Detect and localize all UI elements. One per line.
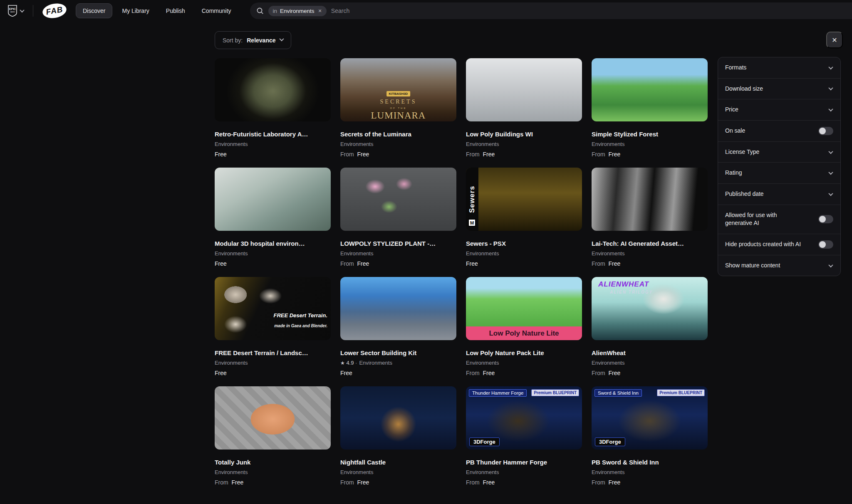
product-card[interactable]: Retro-Futuristic Laboratory A… Environme… — [215, 58, 331, 158]
nav-my-library[interactable]: My Library — [115, 3, 156, 18]
chip-close-icon[interactable]: ✕ — [317, 8, 322, 14]
thumb-label: SECRETS — [340, 99, 456, 105]
filter-hide-products-created-with-ai[interactable]: Hide products created with AI — [718, 234, 840, 255]
product-thumbnail[interactable] — [215, 386, 331, 450]
filter-price[interactable]: Price — [718, 99, 840, 120]
product-price: From Free — [592, 151, 708, 158]
product-thumbnail[interactable] — [592, 58, 708, 121]
product-card[interactable]: ALIENWHEATALIEN TRILOGY AlienWheat Envir… — [592, 277, 708, 376]
product-thumbnail[interactable] — [340, 277, 456, 340]
filter-allowed-for-use-with-generative-ai[interactable]: Allowed for use with generative AI — [718, 205, 840, 234]
product-card[interactable]: Modular 3D hospital environ… Environment… — [215, 168, 331, 267]
product-card[interactable]: Lower Sector Building Kit ★ 4.9 · Enviro… — [340, 277, 456, 376]
product-thumbnail[interactable]: Low Poly Nature Lite — [466, 277, 582, 340]
price-prefix: From — [592, 370, 605, 376]
chevron-down-icon — [828, 107, 833, 111]
product-card[interactable]: Low Poly Nature Lite Low Poly Nature Pac… — [466, 277, 582, 376]
filter-license-type[interactable]: License Type — [718, 141, 840, 163]
product-category: Environments — [592, 250, 624, 257]
header-divider — [33, 5, 33, 17]
product-card[interactable]: Nightfall Castle Environments From Free — [340, 386, 456, 486]
product-price: From Free — [466, 370, 582, 376]
product-thumbnail[interactable] — [215, 168, 331, 231]
star-icon: ★ — [340, 360, 345, 366]
product-card[interactable]: Simple Stylized Forest Environments From… — [592, 58, 708, 158]
product-thumbnail[interactable]: Sword & Shield InnPremium BLUEPRINT3DFor… — [592, 386, 708, 450]
thumb-label: ALIENWHEAT — [598, 280, 649, 289]
toggle-knob — [819, 128, 826, 134]
product-card[interactable]: Low Poly Buildings WI Environments From … — [466, 58, 582, 158]
product-thumbnail[interactable]: Thunder Hammer ForgePremium BLUEPRINT3DF… — [466, 386, 582, 450]
filter-show-mature-content[interactable]: Show mature content — [718, 255, 840, 276]
filter-label: Published date — [725, 190, 764, 198]
search-bar[interactable]: in Environments ✕ Search — [250, 2, 852, 19]
chevron-down-icon — [828, 262, 833, 267]
fab-logo[interactable]: FAB — [41, 2, 67, 20]
product-card[interactable]: FREE Desert Terrain.made in Gaea and Ble… — [215, 277, 331, 376]
product-thumbnail[interactable] — [592, 168, 708, 231]
product-thumbnail[interactable] — [340, 386, 456, 450]
product-price: From Free — [466, 151, 582, 158]
product-card[interactable]: KITBASH3DSECRETSOF THELUMINARA Secrets o… — [340, 58, 456, 158]
product-price: From Free — [592, 370, 708, 376]
sort-by-dropdown[interactable]: Sort by: Relevance — [215, 31, 291, 49]
nav-discover[interactable]: Discover — [76, 3, 112, 18]
toggle-switch[interactable] — [818, 215, 833, 223]
main-nav: DiscoverMy LibraryPublishCommunity — [76, 3, 238, 18]
product-thumbnail[interactable]: FREE Desert Terrain.made in Gaea and Ble… — [215, 277, 331, 340]
product-category: Environments — [359, 360, 392, 366]
price-value: Free — [483, 151, 495, 158]
product-card[interactable]: Lai-Tech: AI Generated Asset… Environmen… — [592, 168, 708, 267]
filter-on-sale[interactable]: On sale — [718, 120, 840, 141]
product-card[interactable]: LOWPOLY STYLIZED PLANT -… Environments F… — [340, 168, 456, 267]
chevron-down-icon — [828, 86, 833, 90]
product-title: Retro-Futuristic Laboratory A… — [215, 131, 331, 138]
epic-games-menu[interactable]: EPIC GAMES — [7, 5, 24, 17]
product-category: Environments — [340, 469, 373, 475]
product-card[interactable]: Totally Junk Environments From Free — [215, 386, 331, 486]
product-title: Secrets of the Luminara — [340, 131, 456, 138]
nav-publish[interactable]: Publish — [159, 3, 192, 18]
filter-label: Price — [725, 106, 738, 114]
price-value: Free — [215, 370, 227, 376]
meta-separator: · — [355, 360, 357, 366]
price-prefix: From — [466, 151, 480, 158]
thumb-label: Premium BLUEPRINT — [657, 389, 705, 396]
filter-published-date[interactable]: Published date — [718, 183, 840, 205]
product-thumbnail[interactable] — [466, 58, 582, 121]
nav-community[interactable]: Community — [195, 3, 238, 18]
product-card[interactable]: SewersM Sewers - PSX Environments Free — [466, 168, 582, 267]
filter-label: Formats — [725, 64, 746, 72]
close-icon: ✕ — [832, 36, 837, 44]
search-placeholder[interactable]: Search — [331, 7, 349, 14]
toggle-switch[interactable] — [818, 127, 833, 135]
product-title: Sewers - PSX — [466, 240, 582, 247]
chevron-down-icon — [828, 149, 833, 154]
product-thumbnail[interactable] — [340, 168, 456, 231]
filter-formats[interactable]: Formats — [718, 57, 840, 78]
price-value: Free — [357, 479, 369, 486]
price-value: Free — [483, 370, 495, 376]
filter-label: Download size — [725, 85, 763, 93]
product-thumbnail[interactable]: SewersM — [466, 168, 582, 231]
product-price: From Free — [340, 479, 456, 486]
product-category: Environments — [215, 360, 248, 366]
toggle-switch[interactable] — [818, 240, 833, 249]
product-thumbnail[interactable]: KITBASH3DSECRETSOF THELUMINARA — [340, 58, 456, 121]
product-card[interactable]: Sword & Shield InnPremium BLUEPRINT3DFor… — [592, 386, 708, 486]
product-title: Lai-Tech: AI Generated Asset… — [592, 240, 708, 247]
product-thumbnail[interactable] — [215, 58, 331, 121]
search-scope-chip[interactable]: in Environments ✕ — [268, 6, 327, 16]
product-meta: Environments — [592, 360, 708, 366]
product-thumbnail[interactable]: ALIENWHEATALIEN TRILOGY — [592, 277, 708, 340]
price-value: Free — [215, 260, 227, 267]
filter-download-size[interactable]: Download size — [718, 78, 840, 99]
product-category: Environments — [215, 250, 248, 257]
price-prefix: From — [340, 260, 354, 267]
product-rating: ★ 4.9 · — [340, 360, 357, 366]
filter-rating[interactable]: Rating — [718, 162, 840, 183]
product-card[interactable]: Thunder Hammer ForgePremium BLUEPRINT3DF… — [466, 386, 582, 486]
close-button[interactable]: ✕ — [826, 32, 843, 48]
product-category: Environments — [466, 141, 499, 147]
top-header: EPIC GAMES FAB DiscoverMy LibraryPublish… — [0, 0, 852, 22]
